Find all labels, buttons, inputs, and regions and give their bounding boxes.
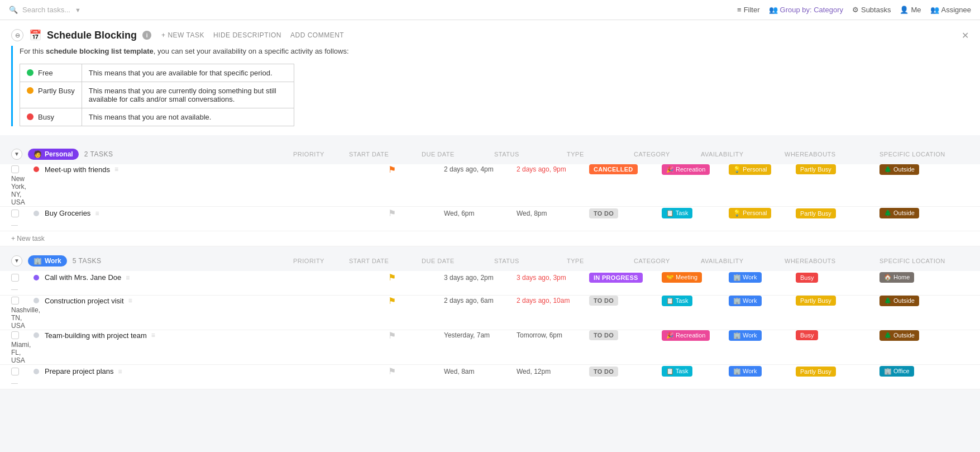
task-name[interactable]: Buy Groceries <box>45 209 90 217</box>
task-name[interactable]: Prepare project plans <box>45 367 114 375</box>
schedule-collapse-btn[interactable]: ⊖ <box>11 29 23 41</box>
status-badge[interactable]: CANCELLED <box>589 164 638 174</box>
add-comment-btn[interactable]: ADD COMMENT <box>290 31 344 39</box>
work-tag[interactable]: 🏢 Work <box>28 255 67 267</box>
whereabouts-badge[interactable]: 🌲 Outside <box>879 208 919 218</box>
due-date: 3 days ago, 3pm <box>517 274 589 282</box>
category-badge[interactable]: 🏢 Work <box>729 272 762 283</box>
table-row: Call with Mrs. Jane Doe ≡ ⚑ 3 days ago, … <box>0 271 980 296</box>
availability-badge[interactable]: Busy <box>796 273 818 283</box>
work-group: ▼ 🏢 Work 5 TASKS PRIORITY START DATE DUE… <box>0 251 980 389</box>
table-row: Meet-up with friends ≡ ⚑ 2 days ago, 4pm… <box>0 164 980 207</box>
task-checkbox[interactable] <box>11 274 19 282</box>
type-badge[interactable]: 🎉 Recreation <box>662 330 710 341</box>
whereabouts-badge[interactable]: 🌲 Outside <box>879 330 919 341</box>
priority-flag-icon[interactable]: ⚑ <box>388 367 396 376</box>
status-badge[interactable]: TO DO <box>589 330 618 340</box>
task-name[interactable]: Meet-up with friends <box>45 165 110 174</box>
type-badge[interactable]: 🤝 Meeting <box>662 272 702 283</box>
description-area: For this schedule blocking list template… <box>0 46 980 135</box>
me-btn[interactable]: 👤 Me <box>900 6 921 14</box>
category-badge[interactable]: 🏢 Work <box>729 366 762 377</box>
table-row: Team-building with project team ≡ ⚑ Yest… <box>0 330 980 365</box>
category-badge[interactable]: 💡 Personal <box>729 208 771 218</box>
due-date: Tomorrow, 6pm <box>517 331 589 339</box>
status-badge[interactable]: TO DO <box>589 208 618 218</box>
personal-icon: 🧑 <box>34 150 42 158</box>
priority-cell: ⚑ <box>388 272 444 283</box>
type-badge[interactable]: 📋 Task <box>662 296 692 306</box>
whereabouts-badge[interactable]: 🏢 Office <box>879 366 914 377</box>
add-personal-task-btn[interactable]: + New task <box>0 231 980 246</box>
type-cell: 🤝 Meeting <box>662 272 729 283</box>
type-cell: 🎉 Recreation <box>662 330 729 341</box>
task-name[interactable]: Call with Mrs. Jane Doe <box>45 273 121 282</box>
priority-flag-icon[interactable]: ⚑ <box>388 165 396 174</box>
task-color-dot <box>34 369 39 374</box>
hide-description-btn[interactable]: HIDE DESCRIPTION <box>213 31 281 39</box>
task-checkbox[interactable] <box>11 297 19 304</box>
filter-icon: ≡ <box>737 6 742 14</box>
col-status-w: STATUS <box>494 258 567 264</box>
availability-badge[interactable]: Partly Busy <box>796 296 836 306</box>
priority-cell: ⚑ <box>388 296 444 306</box>
avail-row-partly-busy: Partly Busy This means that you are curr… <box>20 82 294 108</box>
groupby-btn[interactable]: 👥 Group by: Category <box>769 6 843 14</box>
type-badge[interactable]: 🎉 Recreation <box>662 164 710 175</box>
whereabouts-badge[interactable]: 🌲 Outside <box>879 164 919 175</box>
info-icon[interactable]: i <box>142 31 151 40</box>
availability-badge[interactable]: Partly Busy <box>796 367 836 377</box>
category-badge[interactable]: 💡 Personal <box>729 164 771 175</box>
assignee-btn[interactable]: 👥 Assignee <box>930 6 971 14</box>
task-name[interactable]: Construction project visit <box>45 297 124 305</box>
task-color-dot <box>34 332 39 338</box>
category-badge[interactable]: 🏢 Work <box>729 330 762 341</box>
availability-badge[interactable]: Partly Busy <box>796 164 836 174</box>
new-task-btn[interactable]: + NEW TASK <box>161 31 204 39</box>
task-checkbox[interactable] <box>11 368 19 375</box>
priority-cell: ⚑ <box>388 330 444 341</box>
task-checkbox[interactable] <box>11 210 19 217</box>
col-whereabouts: WHEREABOUTS <box>785 151 874 158</box>
status-badge[interactable]: IN PROGRESS <box>589 273 643 283</box>
availability-cell: Busy <box>796 330 879 340</box>
col-category-w: CATEGORY <box>634 258 701 264</box>
task-checkbox[interactable] <box>11 331 19 339</box>
task-name-cell: Construction project visit ≡ <box>34 297 388 305</box>
partly-busy-dot <box>27 87 34 94</box>
availability-badge[interactable]: Partly Busy <box>796 208 836 218</box>
priority-flag-icon[interactable]: ⚑ <box>388 296 396 306</box>
type-badge[interactable]: 📋 Task <box>662 366 692 377</box>
personal-label: Personal <box>45 150 73 158</box>
priority-flag-icon[interactable]: ⚑ <box>388 331 396 340</box>
task-checkbox[interactable] <box>11 165 19 173</box>
personal-collapse-btn[interactable]: ▼ <box>11 149 22 160</box>
whereabouts-cell: 🏠 Home <box>879 272 969 283</box>
task-name[interactable]: Team-building with project team <box>45 331 147 340</box>
whereabouts-badge[interactable]: 🌲 Outside <box>879 296 919 306</box>
header-actions: + NEW TASK HIDE DESCRIPTION ADD COMMENT <box>161 31 344 39</box>
start-date: Wed, 8am <box>444 368 517 375</box>
category-badge[interactable]: 🏢 Work <box>729 296 762 306</box>
task-color-dot <box>34 275 39 280</box>
work-collapse-btn[interactable]: ▼ <box>11 255 22 267</box>
filter-btn[interactable]: ≡ Filter <box>737 6 759 14</box>
status-badge[interactable]: TO DO <box>589 367 618 377</box>
status-badge[interactable]: TO DO <box>589 296 618 306</box>
priority-flag-icon[interactable]: ⚑ <box>388 208 396 218</box>
task-name-cell: Team-building with project team ≡ <box>34 331 388 340</box>
work-task-list: Call with Mrs. Jane Doe ≡ ⚑ 3 days ago, … <box>0 271 980 389</box>
search-dropdown-icon[interactable]: ▼ <box>75 7 81 13</box>
personal-tag[interactable]: 🧑 Personal <box>28 149 79 160</box>
whereabouts-badge[interactable]: 🏠 Home <box>879 272 914 283</box>
availability-badge[interactable]: Busy <box>796 330 818 340</box>
specific-location: New York, NY, USA <box>11 175 34 206</box>
table-row: Construction project visit ≡ ⚑ 2 days ag… <box>0 296 980 330</box>
due-date: 2 days ago, 10am <box>517 297 589 304</box>
close-btn[interactable]: ✕ <box>962 30 969 41</box>
type-badge[interactable]: 📋 Task <box>662 208 692 218</box>
priority-flag-icon[interactable]: ⚑ <box>388 273 396 282</box>
task-color-dot <box>34 166 39 172</box>
search-input[interactable]: Search tasks... <box>22 6 70 14</box>
subtasks-btn[interactable]: ⚙ Subtasks <box>852 6 891 14</box>
